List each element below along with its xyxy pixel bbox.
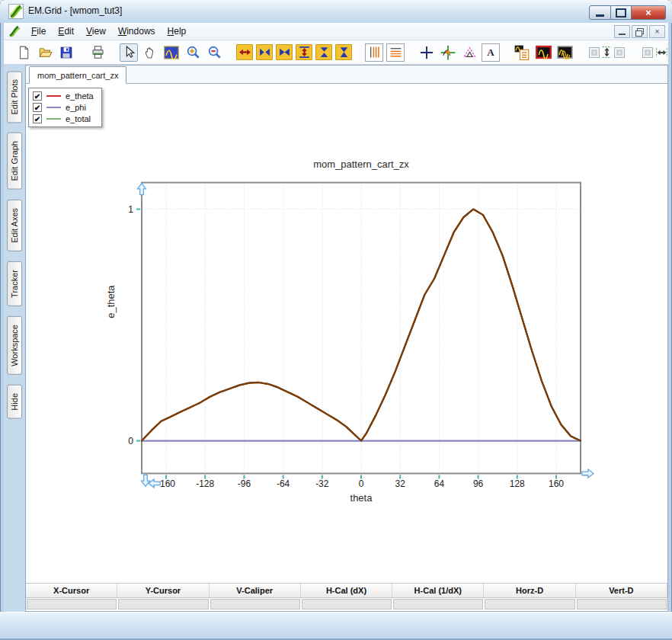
vertical-grid-icon xyxy=(368,46,381,59)
pan-tool-button[interactable] xyxy=(141,43,159,62)
cursor-table-header: X-Cursor xyxy=(26,584,117,597)
plot-overlay-icon xyxy=(557,45,573,59)
axis-pan-right-handle[interactable] xyxy=(582,469,594,478)
menu-edit[interactable]: Edit xyxy=(52,24,80,39)
print-button[interactable] xyxy=(88,43,107,62)
window-bottom-frame xyxy=(0,612,672,640)
spread-horizontal-icon xyxy=(655,47,668,58)
legend-checkbox-e-theta[interactable]: ✔ xyxy=(33,91,42,101)
caliper-button[interactable] xyxy=(460,43,478,62)
legend-line-sample xyxy=(46,118,61,120)
expand-y-button[interactable] xyxy=(296,44,312,60)
side-tab-strip: Edit Plots Edit Graph Edit Axes Tracker … xyxy=(4,65,25,612)
expand-y-icon xyxy=(298,46,311,59)
checkbox-icon xyxy=(589,47,600,58)
spread-horizontal-button[interactable] xyxy=(640,43,668,62)
menu-windows[interactable]: Windows xyxy=(112,24,162,39)
plot-window-icon xyxy=(536,45,552,59)
mdi-minimize-icon xyxy=(619,34,626,35)
tracker-icon xyxy=(440,45,456,60)
document-logo-icon xyxy=(8,25,21,37)
legend-line-sample xyxy=(46,95,61,97)
maximize-button[interactable] xyxy=(611,5,632,20)
menu-help[interactable]: Help xyxy=(162,24,193,39)
minimize-button[interactable] xyxy=(589,5,611,20)
tab-mom-pattern-cart-zx[interactable]: mom_pattern_cart_zx xyxy=(29,66,126,84)
sidebar-item-tracker[interactable]: Tracker xyxy=(7,261,22,306)
open-button[interactable] xyxy=(36,43,54,62)
new-button[interactable] xyxy=(14,43,33,62)
menu-view[interactable]: View xyxy=(80,24,112,39)
x-tick-label: -64 xyxy=(277,478,290,489)
main-area: Edit Plots Edit Graph Edit Axes Tracker … xyxy=(4,65,668,612)
sidebar-item-edit-plots[interactable]: Edit Plots xyxy=(7,71,22,123)
legend-checkbox-e-total[interactable]: ✔ xyxy=(33,114,42,123)
x-tick-label: -32 xyxy=(315,478,329,489)
menu-bar: File Edit View Windows Help × xyxy=(4,23,668,40)
cursor-table-header: Vert-D xyxy=(576,584,667,597)
cursor-table-header: Y-Cursor xyxy=(117,584,209,597)
cursor-table-cell xyxy=(393,599,483,610)
shrink-x-button[interactable] xyxy=(256,44,273,60)
axis-pan-down-handle[interactable] xyxy=(142,475,150,486)
legend-label-e-total: e_total xyxy=(66,114,91,123)
plot-canvas[interactable]: -160-128-96-64-32032649612816001mom_patt… xyxy=(26,84,667,583)
compress-x-button[interactable] xyxy=(276,44,293,60)
mdi-minimize-button[interactable] xyxy=(614,25,630,38)
legend-label-e-theta: e_theta xyxy=(66,91,94,101)
checkbox-icon xyxy=(642,47,653,58)
legend-box: ✔ e_theta ✔ e_phi ✔ e_total xyxy=(28,88,102,127)
mdi-close-button[interactable]: × xyxy=(649,25,665,38)
hand-icon xyxy=(143,46,157,59)
cursor-table-header: V-Caliper xyxy=(210,584,301,597)
crosshair-button[interactable] xyxy=(418,43,436,62)
sidebar-item-edit-graph[interactable]: Edit Graph xyxy=(7,133,22,190)
cursor-table-cell xyxy=(210,599,300,610)
close-button[interactable]: × xyxy=(632,5,666,20)
legend-line-sample xyxy=(46,107,61,108)
expand-x-icon xyxy=(238,46,251,59)
sidebar-item-workspace[interactable]: Workspace xyxy=(7,316,22,375)
zoom-to-fit-button[interactable] xyxy=(162,43,181,62)
y-tick-label: 1 xyxy=(128,204,133,215)
tracker-button[interactable] xyxy=(439,43,457,62)
cursor-readout-table: X-Cursor Y-Cursor V-Caliper H-Cal (dX) H… xyxy=(26,583,667,611)
shrink-y-icon xyxy=(318,46,331,59)
shrink-y-button[interactable] xyxy=(315,44,332,60)
compress-y-button[interactable] xyxy=(335,44,352,60)
horizontal-grid-button[interactable] xyxy=(386,43,405,62)
horizontal-grid-icon xyxy=(389,46,402,59)
expand-x-button[interactable] xyxy=(236,44,253,60)
cursor-table-header: H-Cal (dX) xyxy=(301,584,392,597)
toolbar: A Layout xyxy=(4,40,668,65)
legend-checkbox-e-phi[interactable]: ✔ xyxy=(33,103,42,112)
title-bar[interactable]: EM.Grid - [wmom_tut3] × xyxy=(0,0,672,23)
plot-overlay-button[interactable] xyxy=(555,43,574,62)
menu-file[interactable]: File xyxy=(25,24,52,39)
spread-vertical-button[interactable] xyxy=(587,43,627,62)
zoom-out-button[interactable] xyxy=(205,43,223,62)
document-panel: mom_pattern_cart_zx ✔ e_theta ✔ e_phi xyxy=(25,65,668,612)
legend-label-e-phi: e_phi xyxy=(66,103,86,112)
vertical-grid-button[interactable] xyxy=(365,43,383,62)
cursor-table-cell xyxy=(302,599,392,610)
x-tick-label: 96 xyxy=(473,478,484,489)
legend-toggle-button[interactable] xyxy=(513,43,531,62)
x-tick-label: 128 xyxy=(510,478,525,489)
mdi-restore-icon xyxy=(637,28,644,34)
axis-pan-up-handle[interactable] xyxy=(138,184,146,195)
sidebar-item-hide[interactable]: Hide xyxy=(7,385,22,419)
cursor-arrow-icon xyxy=(123,46,136,59)
mdi-restore-button[interactable] xyxy=(632,25,648,38)
new-document-icon xyxy=(17,46,30,59)
plot-window-button[interactable] xyxy=(534,43,552,62)
save-button[interactable] xyxy=(57,43,75,62)
text-annotation-button[interactable]: A xyxy=(482,43,500,62)
sidebar-item-edit-axes[interactable]: Edit Axes xyxy=(7,200,22,251)
zoom-in-button[interactable] xyxy=(184,43,202,62)
legend-row-e-phi: ✔ e_phi xyxy=(33,103,94,112)
x-axis-label: theta xyxy=(350,492,373,504)
legend-icon xyxy=(514,45,530,60)
select-tool-button[interactable] xyxy=(120,43,138,62)
cursor-table-header-row: X-Cursor Y-Cursor V-Caliper H-Cal (dX) H… xyxy=(26,584,667,598)
